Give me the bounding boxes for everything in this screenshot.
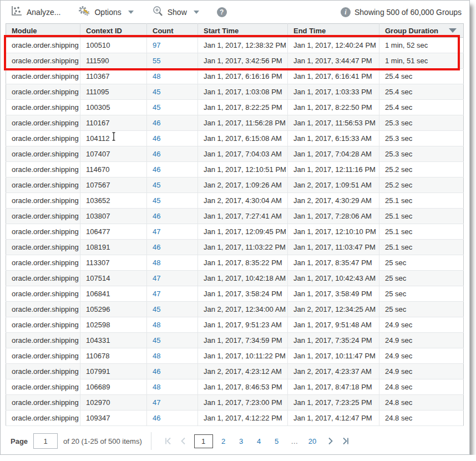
next-page-button[interactable] [323,434,338,448]
count-link[interactable]: 46 [153,134,160,143]
column-header-end-time[interactable]: End Time [288,24,379,38]
count-link[interactable]: 48 [153,321,160,329]
toolbar: Analyze... Options [1,1,469,23]
page-number-current[interactable]: 1 [194,434,213,448]
table-row[interactable]: oracle.order.shipping 107567 45 Jan 2, 2… [6,178,464,193]
help-icon[interactable]: ? [217,7,227,17]
page-number[interactable]: 4 [252,435,266,448]
cell-count: 48 [147,348,198,364]
count-link[interactable]: 97 [153,41,160,49]
count-link[interactable]: 45 [153,196,160,205]
table-row[interactable]: oracle.order.shipping 108191 46 Jan 1, 2… [6,240,464,255]
analyze-button[interactable]: Analyze... [11,6,60,18]
analyze-label: Analyze... [27,8,60,17]
count-link[interactable]: 48 [153,259,160,267]
table-row[interactable]: oracle.order.shipping 109347 46 Jan 1, 2… [6,411,464,426]
table-row[interactable]: oracle.order.shipping 100510 97 Jan 1, 2… [6,38,464,53]
count-link[interactable]: 46 [153,367,160,376]
table-row[interactable]: oracle.order.shipping 100305 45 Jan 1, 2… [6,100,464,115]
cell-context-id: 102598 [80,317,147,333]
cell-module: oracle.order.shipping [6,209,80,224]
show-button[interactable]: Show [151,6,199,19]
cell-context-id: 111095 [80,84,147,100]
cell-start-time: Jan 1, 2017, 12:38:32 PM [198,38,288,53]
count-link[interactable]: 46 [153,212,160,220]
cell-module: oracle.order.shipping [6,395,80,411]
count-link[interactable]: 47 [153,290,160,298]
page-number[interactable]: 5 [270,435,284,448]
table-row[interactable]: oracle.order.shipping 107514 47 Jan 1, 2… [6,271,464,286]
cell-module: oracle.order.shipping [6,411,80,426]
count-link[interactable]: 45 [153,88,160,96]
table-row[interactable]: oracle.order.shipping 103652 45 Jan 2, 2… [6,193,464,209]
table-row[interactable]: oracle.order.shipping 113307 48 Jan 1, 2… [6,255,464,271]
chevron-right-icon [327,437,334,445]
cell-count: 45 [147,302,198,317]
cell-group-duration: 25.4 sec [379,84,464,100]
count-link[interactable]: 46 [153,414,160,422]
column-header-start-time[interactable]: Start Time [198,24,288,38]
table-row[interactable]: oracle.order.shipping 110167 46 Jan 1, 2… [6,115,464,131]
table-row[interactable]: oracle.order.shipping 103807 46 Jan 1, 2… [6,209,464,224]
table-row[interactable]: oracle.order.shipping 110367 48 Jan 1, 2… [6,69,464,84]
cell-context-id: 106841 [80,286,147,302]
table-row[interactable]: oracle.order.shipping 110678 48 Jan 1, 2… [6,348,464,364]
table-row[interactable]: oracle.order.shipping 107991 46 Jan 2, 2… [6,364,464,379]
count-link[interactable]: 47 [153,274,160,282]
cell-module: oracle.order.shipping [6,379,80,395]
count-link[interactable]: 47 [153,398,160,407]
table-row[interactable]: oracle.order.shipping 102598 48 Jan 1, 2… [6,317,464,333]
count-link[interactable]: 46 [153,165,160,174]
table-row[interactable]: oracle.order.shipping 104331 45 Jan 1, 2… [6,333,464,348]
last-page-button[interactable] [338,434,352,448]
table-row[interactable]: oracle.order.shipping 107407 46 Jan 1, 2… [6,146,464,162]
magnifier-plus-icon [151,6,164,19]
table-row[interactable]: oracle.order.shipping 102970 47 Jan 1, 2… [6,395,464,411]
cell-module: oracle.order.shipping [6,178,80,193]
first-page-button[interactable] [161,434,176,448]
cell-start-time: Jan 1, 2017, 11:03:22 PM [198,240,288,255]
count-link[interactable]: 45 [153,181,160,189]
cell-module: oracle.order.shipping [6,146,80,162]
table-row[interactable]: oracle.order.shipping 105296 45 Jan 2, 2… [6,302,464,317]
sort-descending-icon[interactable] [449,28,457,33]
table-row[interactable]: oracle.order.shipping 106689 48 Jan 1, 2… [6,379,464,395]
count-link[interactable]: 46 [153,243,160,251]
page-number-input[interactable] [33,433,58,449]
column-header-module[interactable]: Module [6,24,80,38]
count-link[interactable]: 47 [153,227,160,236]
column-header-group-duration[interactable]: Group Duration [379,24,464,38]
cell-end-time: Jan 1, 2017, 6:16:41 PM [288,69,379,84]
column-header-context-id[interactable]: Context ID [80,24,147,38]
cell-start-time: Jan 1, 2017, 12:10:51 PM [198,162,288,178]
table-row[interactable]: oracle.order.shipping 104112 46 Jan 1, 2… [6,131,464,146]
count-link[interactable]: 48 [153,383,160,391]
page-number[interactable]: 20 [305,435,320,448]
count-link[interactable]: 55 [153,57,160,65]
table-row[interactable]: oracle.order.shipping 114670 46 Jan 1, 2… [6,162,464,178]
table-row[interactable]: oracle.order.shipping 111095 45 Jan 1, 2… [6,84,464,100]
column-header-count[interactable]: Count [147,24,198,38]
page-number[interactable]: 2 [216,435,231,448]
count-link[interactable]: 48 [153,352,160,360]
cell-end-time: Jan 1, 2017, 8:35:47 PM [288,255,379,271]
cell-count: 46 [147,240,198,255]
cell-count: 46 [147,115,198,131]
footer-divider [151,432,151,450]
cell-start-time: Jan 1, 2017, 9:51:23 AM [198,317,288,333]
previous-page-button[interactable] [176,434,190,448]
count-link[interactable]: 46 [153,119,160,127]
options-button[interactable]: Options [78,6,133,18]
table-row[interactable]: oracle.order.shipping 106477 47 Jan 1, 2… [6,224,464,240]
count-link[interactable]: 45 [153,103,160,112]
count-link[interactable]: 45 [153,336,160,345]
count-link[interactable]: 45 [153,305,160,313]
table-body: oracle.order.shipping 100510 97 Jan 1, 2… [6,38,464,426]
count-link[interactable]: 46 [153,150,160,158]
table-row[interactable]: oracle.order.shipping 106841 47 Jan 1, 2… [6,286,464,302]
table-row[interactable]: oracle.order.shipping 111590 55 Jan 1, 2… [6,53,464,69]
page-number[interactable]: 3 [234,435,249,448]
count-link[interactable]: 48 [153,72,160,80]
cell-group-duration: 25.2 sec [379,162,464,178]
cell-context-id: 105296 [80,302,147,317]
